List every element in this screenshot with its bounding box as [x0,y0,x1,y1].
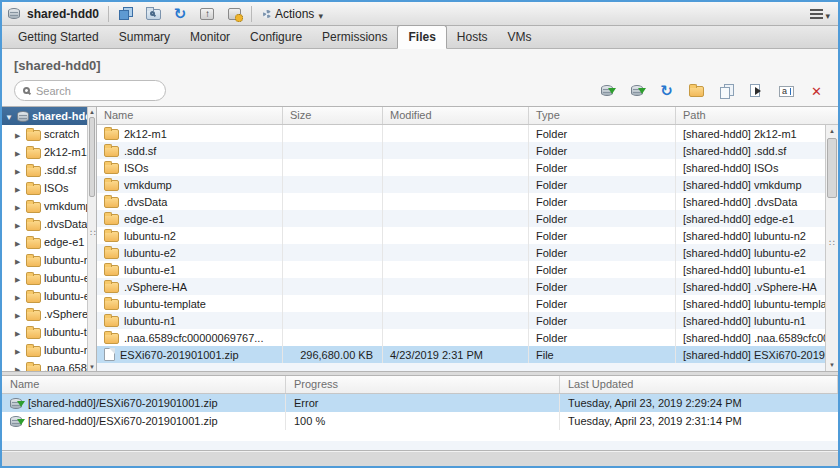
chevron-right-icon [15,326,23,338]
browse-files-icon[interactable] [143,4,163,23]
tree-item-lubuntu-e2[interactable]: lubuntu-e2 [2,269,87,287]
table-row[interactable]: .naa.6589cfc00000069767...Folder[shared-… [97,329,825,346]
chevron-right-icon [15,200,23,212]
task-row[interactable]: [shared-hdd0]/ESXi670-201901001.zipError… [2,394,838,412]
datastore-window: shared-hdd0 Actions Getting StartedSumma… [0,0,840,468]
tree-item-label: ISOs [44,182,68,194]
increase-capacity-icon[interactable] [197,4,217,23]
tree-item-lubuntu-template[interactable]: lubuntu-template [2,323,87,341]
table-row[interactable]: ESXi670-201901001.zip296,680.00 KB4/23/2… [97,346,825,363]
column-header-name[interactable]: Name [2,376,286,393]
tab-vms[interactable]: VMs [498,26,542,48]
table-row[interactable]: lubuntu-e1Folder[shared-hdd0] lubuntu-e1 [97,261,825,278]
tree-item-sdd-sf[interactable]: .sdd.sf [2,161,87,179]
tree-item-lubuntu-n1[interactable]: lubuntu-n1 [2,341,87,359]
scroll-up-icon[interactable] [826,125,838,137]
tab-files[interactable]: Files [397,25,446,49]
tree-item-isos[interactable]: ISOs [2,179,87,197]
upload-file-icon[interactable] [597,82,616,100]
folder-icon [104,197,119,208]
tree-item-edge-e1[interactable]: edge-e1 [2,233,87,251]
column-header-last-updated[interactable]: Last Updated [560,376,838,393]
folder-icon [104,265,119,276]
table-row[interactable]: .dvsDataFolder[shared-hdd0] .dvsData [97,193,825,210]
scroll-up-icon[interactable] [88,107,96,116]
column-header-name[interactable]: Name [97,107,283,124]
refresh-icon[interactable] [657,82,676,100]
rename-icon[interactable] [777,82,796,100]
scroll-down-icon[interactable] [88,362,96,371]
chevron-right-icon [15,272,23,284]
search-box[interactable] [14,80,166,101]
search-icon [23,87,30,94]
refresh-icon[interactable] [170,4,190,23]
table-row[interactable]: lubuntu-templateFolder[shared-hdd0] lubu… [97,295,825,312]
gear-icon [263,10,271,18]
new-folder-icon[interactable] [687,82,706,100]
actions-button[interactable]: Actions [259,3,327,25]
table-row[interactable]: lubuntu-e2Folder[shared-hdd0] lubuntu-e2 [97,244,825,261]
folder-tree: shared-hdd0 scratch2k12-m1.sdd.sfISOsvmk… [2,107,97,371]
table-row[interactable]: lubuntu-n2Folder[shared-hdd0] lubuntu-n2 [97,227,825,244]
scrollbar-grip[interactable]: ∷ [826,238,838,248]
upload-folder-icon[interactable] [627,82,646,100]
chevron-right-icon [15,344,23,356]
tab-monitor[interactable]: Monitor [180,26,240,48]
tab-hosts[interactable]: Hosts [447,26,498,48]
tab-bar: Getting StartedSummaryMonitorConfigurePe… [2,26,838,49]
move-icon[interactable] [747,82,766,100]
tree-item-vmkdump[interactable]: vmkdump [2,197,87,215]
tree-item-naa-6589cfc000[interactable]: .naa.6589cfc000 [2,359,87,371]
table-row[interactable]: lubuntu-n1Folder[shared-hdd0] lubuntu-n1 [97,312,825,329]
new-vm-icon[interactable] [116,4,136,23]
table-row[interactable]: edge-e1Folder[shared-hdd0] edge-e1 [97,210,825,227]
folder-icon [104,163,119,174]
actions-label: Actions [275,7,314,21]
delete-icon[interactable] [807,82,826,100]
scrollbar-thumb[interactable] [89,117,95,197]
tree-item-label: 2k12-m1 [44,146,87,158]
scrollbar-thumb[interactable] [827,138,837,198]
folder-icon [26,364,41,372]
tab-permissions[interactable]: Permissions [312,26,397,48]
chevron-right-icon [15,128,23,140]
tab-summary[interactable]: Summary [109,26,180,48]
column-header-modified[interactable]: Modified [383,107,529,124]
manage-storage-icon[interactable] [224,4,244,23]
related-objects-menu-icon[interactable] [810,5,832,23]
tree-item-lubuntu-e1[interactable]: lubuntu-e1 [2,287,87,305]
tree-item-2k12-m1[interactable]: 2k12-m1 [2,143,87,161]
folder-icon [26,346,41,357]
datastore-icon [8,8,20,19]
table-row[interactable]: ISOsFolder[shared-hdd0] ISOs [97,159,825,176]
column-header-progress[interactable]: Progress [286,376,560,393]
column-header-size[interactable]: Size [283,107,383,124]
table-row[interactable]: 2k12-m1Folder[shared-hdd0] 2k12-m1 [97,125,825,142]
tree-item-lubuntu-n2[interactable]: lubuntu-n2 [2,251,87,269]
chevron-right-icon [15,236,23,248]
tab-configure[interactable]: Configure [240,26,312,48]
table-row[interactable]: .vSphere-HAFolder[shared-hdd0] .vSphere-… [97,278,825,295]
tree-item-dvsdata[interactable]: .dvsData [2,215,87,233]
chevron-down-icon [318,5,323,23]
upload-task-icon [10,416,22,427]
splitter-grip[interactable]: ∷ [89,225,97,241]
folder-icon [26,328,41,339]
search-input[interactable] [36,85,178,97]
chevron-right-icon [15,308,23,320]
folder-icon [104,316,119,327]
copy-icon[interactable] [717,82,736,100]
tab-getting-started[interactable]: Getting Started [8,26,109,48]
table-row[interactable]: vmkdumpFolder[shared-hdd0] vmkdump [97,176,825,193]
tree-item-label: scratch [44,128,79,140]
table-row[interactable]: .sdd.sfFolder[shared-hdd0] .sdd.sf [97,142,825,159]
tree-item-vsphere-ha[interactable]: .vSphere-HA [2,305,87,323]
table-scrollbar[interactable]: ∷ [825,125,838,371]
column-header-path[interactable]: Path [676,107,838,124]
tree-item-scratch[interactable]: scratch [2,125,87,143]
file-icon [104,348,115,361]
task-row[interactable]: [shared-hdd0]/ESXi670-201901001.zip100 %… [2,412,838,430]
scroll-down-icon[interactable] [826,359,838,371]
column-header-type[interactable]: Type [529,107,676,124]
tree-root-shared-hdd0[interactable]: shared-hdd0 [2,107,87,125]
